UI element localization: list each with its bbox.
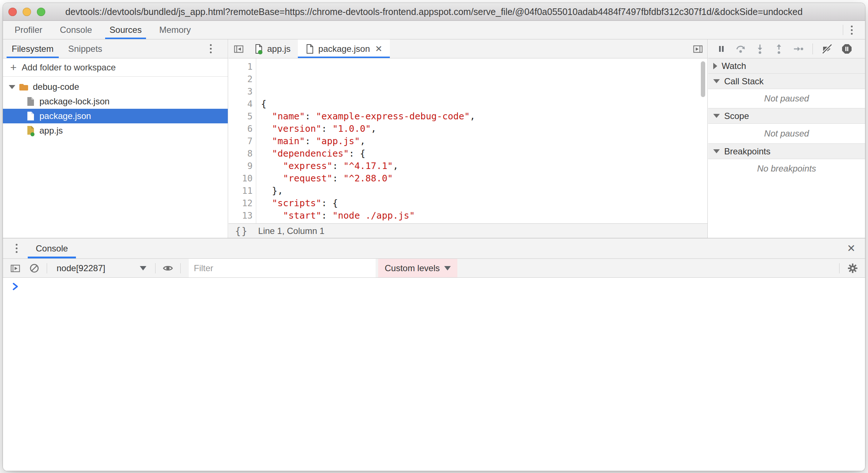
folder-icon: [18, 81, 29, 92]
console-drawer: Console ✕ node[9228: [3, 238, 865, 471]
tree-item-package-lock[interactable]: package-lock.json: [3, 94, 228, 109]
code-line[interactable]: "start": "node ./app.js": [261, 209, 707, 222]
editor-tab-app-js[interactable]: app.js: [247, 39, 298, 58]
tab-sources[interactable]: Sources: [104, 21, 147, 39]
main-tab-bar: Profiler Console Sources Memory: [3, 21, 865, 39]
code-line[interactable]: "main": "app.js",: [261, 135, 707, 147]
file-label: package.json: [39, 111, 91, 121]
drawer-menu-kebab-icon[interactable]: [8, 241, 25, 256]
folder-label: debug-code: [33, 82, 79, 92]
window-title: devtools://devtools/bundled/js_app.html?…: [3, 7, 865, 17]
line-number[interactable]: 13: [228, 209, 253, 222]
tab-filesystem[interactable]: Filesystem: [6, 39, 59, 58]
deactivate-breakpoints-icon[interactable]: [822, 43, 833, 54]
minimize-window-button[interactable]: [23, 8, 31, 16]
close-window-button[interactable]: [8, 8, 17, 16]
dropdown-arrow-icon: [444, 266, 451, 270]
chevron-down-icon[interactable]: [9, 85, 15, 89]
code-line[interactable]: {: [261, 98, 707, 110]
zoom-window-button[interactable]: [37, 8, 45, 16]
code-line[interactable]: "version": "1.0.0",: [261, 123, 707, 135]
tab-profiler[interactable]: Profiler: [9, 21, 48, 39]
file-label: package-lock.json: [39, 96, 110, 107]
vertical-scrollbar[interactable]: [701, 61, 705, 97]
filter-input[interactable]: [189, 259, 376, 277]
section-label: Breakpoints: [724, 146, 771, 157]
code-content[interactable]: { "name": "example-express-debug-code", …: [256, 58, 707, 223]
close-drawer-icon[interactable]: ✕: [843, 241, 859, 257]
step-out-icon[interactable]: [774, 43, 784, 54]
code-line[interactable]: "dependencies": {: [261, 147, 707, 160]
file-tree: debug-code package-lock.json package.jso…: [3, 77, 228, 138]
debugger-pane: Watch Call Stack Not paused Scope Not pa…: [708, 39, 865, 238]
chevron-down-icon: [713, 114, 720, 118]
custom-levels-button[interactable]: Custom levels: [378, 259, 457, 277]
tab-console[interactable]: Console: [54, 21, 98, 39]
scope-section-header[interactable]: Scope: [708, 108, 865, 124]
close-tab-icon[interactable]: ✕: [375, 44, 382, 54]
tab-snippets[interactable]: Snippets: [62, 39, 108, 58]
navigator-more-kebab-icon[interactable]: [202, 42, 219, 56]
line-number[interactable]: 11: [228, 185, 253, 197]
tree-item-app-js[interactable]: app.js: [3, 123, 228, 138]
tab-memory[interactable]: Memory: [153, 21, 197, 39]
drawer-tab-console[interactable]: Console: [28, 238, 76, 258]
file-icon: [26, 96, 36, 107]
cursor-position: Line 1, Column 1: [258, 226, 324, 236]
titlebar: devtools://devtools/bundled/js_app.html?…: [3, 3, 865, 21]
line-number[interactable]: 6: [228, 123, 253, 135]
line-number[interactable]: 2: [228, 73, 253, 85]
hide-navigator-icon[interactable]: [231, 41, 247, 57]
line-number[interactable]: 5: [228, 110, 253, 123]
line-number[interactable]: 4: [228, 98, 253, 110]
pretty-print-icon[interactable]: {}: [235, 226, 248, 236]
line-number[interactable]: 7: [228, 135, 253, 147]
file-icon: [26, 111, 36, 122]
traffic-lights: [8, 3, 45, 20]
step-over-icon[interactable]: [735, 43, 746, 54]
clear-console-icon[interactable]: [26, 260, 42, 276]
call-stack-section-header[interactable]: Call Stack: [708, 74, 865, 89]
line-number[interactable]: 9: [228, 160, 253, 172]
line-number[interactable]: 12: [228, 197, 253, 209]
file-linked-icon: [254, 43, 264, 54]
devtools-window: devtools://devtools/bundled/js_app.html?…: [3, 3, 865, 471]
live-expression-eye-icon[interactable]: [160, 260, 176, 276]
code-line[interactable]: "express": "^4.17.1",: [261, 160, 707, 172]
drawer-tab-bar: Console ✕: [3, 238, 865, 259]
watch-section-header[interactable]: Watch: [708, 58, 865, 74]
show-console-sidebar-icon[interactable]: [7, 260, 23, 276]
line-number-gutter: 12345678910111213: [228, 58, 256, 223]
console-settings-gear-icon[interactable]: [845, 260, 861, 276]
show-debugger-icon[interactable]: [690, 41, 706, 57]
pause-icon[interactable]: [716, 44, 726, 54]
code-line[interactable]: "scripts": {: [261, 197, 707, 209]
tab-bar-spacer: [203, 21, 843, 39]
line-number[interactable]: 1: [228, 61, 253, 73]
tab-label: package.json: [318, 44, 370, 54]
editor-tab-package-json[interactable]: package.json ✕: [298, 39, 390, 58]
code-line[interactable]: "request": "^2.88.0": [261, 172, 707, 185]
code-line[interactable]: "name": "example-express-debug-code",: [261, 110, 707, 123]
line-number[interactable]: 3: [228, 85, 253, 98]
levels-label: Custom levels: [385, 263, 440, 273]
file-icon: [305, 43, 315, 54]
pause-on-exceptions-icon[interactable]: [841, 43, 852, 54]
code-editor[interactable]: 12345678910111213 { "name": "example-exp…: [228, 58, 707, 223]
tree-item-package-json[interactable]: package.json: [3, 109, 228, 123]
line-number[interactable]: 10: [228, 172, 253, 185]
tree-folder-debug-code[interactable]: debug-code: [3, 80, 228, 94]
line-number[interactable]: 8: [228, 147, 253, 160]
code-line[interactable]: },: [261, 185, 707, 197]
execution-context-selector[interactable]: node[92287]: [51, 259, 151, 277]
breakpoints-section-header[interactable]: Breakpoints: [708, 144, 865, 159]
chevron-down-icon: [713, 79, 720, 83]
step-icon[interactable]: [793, 44, 804, 54]
console-prompt-row[interactable]: [3, 278, 865, 295]
dropdown-arrow-icon: [140, 266, 146, 270]
file-js-linked-icon: [26, 125, 36, 136]
step-into-icon[interactable]: [755, 43, 765, 54]
main-menu-kebab-icon[interactable]: [843, 23, 860, 37]
add-folder-to-workspace[interactable]: + Add folder to workspace: [3, 58, 228, 77]
editor-pane: app.js package.json ✕ 123456789101: [228, 39, 708, 238]
